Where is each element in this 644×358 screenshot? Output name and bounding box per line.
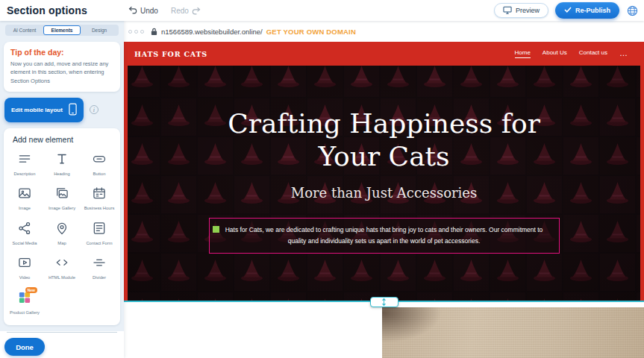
redo-icon <box>192 7 201 15</box>
editor-canvas: n1566589.websitebuilder.online/ GET YOUR… <box>124 21 644 358</box>
done-button[interactable]: Done <box>4 338 45 356</box>
get-domain-link[interactable]: GET YOUR OWN DOMAIN <box>266 28 356 36</box>
html-module-icon <box>54 255 69 273</box>
element-heading[interactable]: Heading <box>43 151 81 178</box>
element-image[interactable]: Image <box>6 186 43 212</box>
footer-divider <box>7 332 117 333</box>
image-gallery-icon <box>54 186 69 204</box>
window-dot <box>128 30 132 34</box>
sidebar-footer: Done <box>0 332 124 358</box>
site-nav: Home About Us Contact us … <box>515 49 628 58</box>
tip-body: Now you can add, move and resize any ele… <box>10 60 113 85</box>
element-product-gallery[interactable]: New Product Gallery <box>6 290 43 316</box>
preview-button[interactable]: Preview <box>494 3 548 18</box>
hero-heading[interactable]: Crafting Happiness for Your Cats <box>205 107 563 173</box>
element-html-module[interactable]: HTML Module <box>43 255 81 281</box>
tip-of-the-day-card: Tip of the day: Now you can add, move an… <box>4 42 120 92</box>
monitor-icon <box>503 6 512 16</box>
hero-paragraph: Hats for Cats, we are dedicated to craft… <box>222 224 547 248</box>
new-badge: New <box>25 287 37 293</box>
nav-home[interactable]: Home <box>515 49 531 58</box>
sidebar: AI Content Elements Design Tip of the da… <box>0 21 124 358</box>
element-drag-handle[interactable] <box>213 226 219 233</box>
hero-paragraph-box[interactable]: Hats for Cats, we are dedicated to craft… <box>209 218 560 254</box>
sidebar-tabs: AI Content Elements Design <box>5 25 119 36</box>
nav-about-us[interactable]: About Us <box>543 49 567 58</box>
heading-icon <box>54 151 69 169</box>
element-video[interactable]: Video <box>6 255 43 281</box>
element-image-gallery[interactable]: Image Gallery <box>43 186 81 212</box>
sidebar-panel: AI Content Elements Design Tip of the da… <box>0 21 124 331</box>
site-preview-section: HATS FOR CATS Home About Us Contact us …… <box>124 42 644 302</box>
business-hours-icon <box>92 186 107 204</box>
phone-icon <box>69 103 77 117</box>
nav-contact-us[interactable]: Contact us <box>579 49 607 58</box>
element-social-media[interactable]: Social Media <box>6 221 43 247</box>
edit-mobile-layout-button[interactable]: Edit mobile layout <box>4 98 84 122</box>
site-url: n1566589.websitebuilder.online/ <box>161 28 263 36</box>
tab-design[interactable]: Design <box>81 25 118 35</box>
divider-icon <box>92 255 107 273</box>
tab-elements[interactable]: Elements <box>43 25 81 35</box>
element-divider[interactable]: Divider <box>81 255 118 281</box>
window-dot <box>134 30 138 34</box>
redo-button[interactable]: Redo <box>171 7 201 15</box>
element-description[interactable]: Description <box>6 151 43 178</box>
hero-content: Crafting Happiness for Your Cats More th… <box>128 66 640 302</box>
contact-form-icon <box>92 221 107 239</box>
window-dots <box>128 30 144 34</box>
browser-bar: n1566589.websitebuilder.online/ GET YOUR… <box>124 21 644 42</box>
element-contact-form[interactable]: Contact Form <box>81 221 118 247</box>
element-button[interactable]: Button <box>81 151 118 178</box>
image-icon <box>17 186 32 204</box>
button-icon <box>92 151 107 169</box>
undo-redo-group: Undo Redo <box>128 6 201 16</box>
topbar-actions: Preview Re-Publish <box>494 2 638 19</box>
undo-button[interactable]: Undo <box>128 6 158 16</box>
description-icon <box>17 151 32 169</box>
video-icon <box>17 255 32 273</box>
editor-topbar: Section options Undo Redo Preview Re-Pub <box>0 0 644 21</box>
section-resize-handle[interactable] <box>370 297 398 307</box>
next-section-image <box>382 307 644 358</box>
republish-button[interactable]: Re-Publish <box>555 2 619 19</box>
lock-icon <box>151 28 157 36</box>
image-shadow <box>382 307 442 343</box>
mobile-layout-row: Edit mobile layout i <box>4 98 119 122</box>
window-dot <box>140 30 144 34</box>
add-element-title: Add new element <box>13 135 118 144</box>
element-map[interactable]: Map <box>43 221 81 247</box>
language-globe-icon[interactable] <box>626 4 638 16</box>
info-icon[interactable]: i <box>90 105 99 114</box>
social-media-icon <box>17 221 32 239</box>
hero-section[interactable]: Crafting Happiness for Your Cats More th… <box>128 66 640 302</box>
map-pin-icon <box>54 221 69 239</box>
undo-icon <box>128 6 137 16</box>
element-grid: Description Heading Button Image <box>6 151 118 316</box>
site-header: HATS FOR CATS Home About Us Contact us … <box>124 42 644 66</box>
site-logo[interactable]: HATS FOR CATS <box>134 50 207 58</box>
page-title: Section options <box>7 4 87 16</box>
tab-ai-content[interactable]: AI Content <box>6 25 43 35</box>
check-icon <box>564 7 572 14</box>
tip-title: Tip of the day: <box>10 48 113 57</box>
hero-subheading[interactable]: More than Just Accessories <box>291 185 478 201</box>
add-element-card: Add new element Description Heading Butt… <box>4 128 120 326</box>
nav-more-icon[interactable]: … <box>619 51 628 56</box>
next-section-area <box>124 302 644 358</box>
element-business-hours[interactable]: Business Hours <box>81 186 118 212</box>
